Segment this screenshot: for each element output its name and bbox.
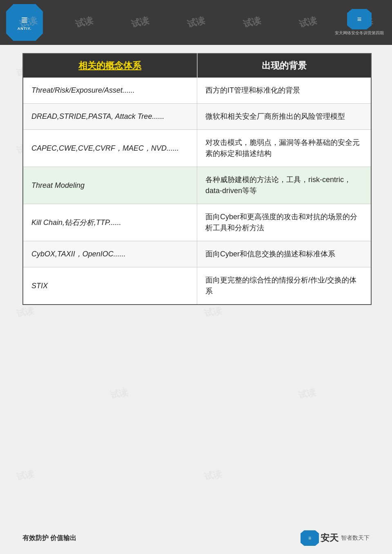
table-cell-left: Threat/Risk/Exposure/Asset......: [23, 78, 197, 104]
body-wm-9: 试读: [15, 305, 35, 320]
table-cell-left: Kill Chain,钻石分析,TTP......: [23, 204, 197, 241]
table-row: STIX面向更完整的综合性的情报分析/作业/交换的体系: [23, 267, 371, 305]
table-row: CybOX,TAXII，OpenIOC......面向Cyber和信息交换的描述…: [23, 241, 371, 267]
table-cell-right: 面向更完整的综合性的情报分析/作业/交换的体系: [197, 267, 372, 305]
table-row: Kill Chain,钻石分析,TTP......面向Cyber和更高强度的攻击…: [23, 204, 371, 241]
table-cell-right: 各种威胁建模的方法论，工具，risk-centric，data-driven等等: [197, 167, 372, 204]
table-cell-right: 面向Cyber和信息交换的描述和标准体系: [197, 241, 372, 267]
header-right-brand: ≡ 安天网络安全冬训营第四期: [335, 9, 384, 36]
table-cell-right: 微软和相关安全厂商所推出的风险管理模型: [197, 104, 372, 130]
concept-table: 相关的概念体系 出现的背景 Threat/Risk/Exposure/Asset…: [22, 53, 372, 305]
logo-icon: ≡: [21, 14, 28, 26]
footer-brand: ≡ 安天 智者数天下: [301, 530, 370, 546]
table-cell-left: DREAD,STRIDE,PASTA, Attack Tree......: [23, 104, 197, 130]
footer-antiy-icon: ≡: [301, 530, 319, 546]
table-cell-left: Threat Modeling: [23, 167, 197, 204]
table-row: Threat/Risk/Exposure/Asset......西方的IT管理和…: [23, 78, 371, 104]
body-wm-11: 试读: [109, 386, 129, 402]
table-header-row: 相关的概念体系 出现的背景: [23, 53, 371, 78]
col-right-header: 出现的背景: [197, 53, 372, 78]
table-cell-left: CybOX,TAXII，OpenIOC......: [23, 241, 197, 267]
footer-left-text: 有效防护 价值输出: [22, 534, 76, 543]
footer-brand-area: ≡ 安天 智者数天下: [301, 530, 370, 546]
body-wm-13: 试读: [15, 468, 35, 483]
table-cell-right: 对攻击模式，脆弱点，漏洞等各种基础的安全元素的标定和描述结构: [197, 130, 372, 167]
watermark-4: 试读: [186, 14, 206, 31]
watermark-6: 试读: [298, 14, 318, 31]
table-row: Threat Modeling各种威胁建模的方法论，工具，risk-centri…: [23, 167, 371, 204]
table-cell-left: CAPEC,CWE,CVE,CVRF，MAEC，NVD......: [23, 130, 197, 167]
body-wm-14: 试读: [203, 468, 223, 483]
table-cell-right: 西方的IT管理和标准化的背景: [197, 78, 372, 104]
main-content: 相关的概念体系 出现的背景 Threat/Risk/Exposure/Asset…: [22, 53, 372, 305]
footer-brand-sub: 智者数天下: [341, 534, 370, 542]
body-wm-10: 试读: [203, 305, 223, 320]
watermark-2: 试读: [74, 14, 94, 31]
header-right-text: 安天网络安全冬训营第四期: [335, 30, 384, 36]
table-row: DREAD,STRIDE,PASTA, Attack Tree......微软和…: [23, 104, 371, 130]
table-cell-left: STIX: [23, 267, 197, 305]
table-row: CAPEC,CWE,CVE,CVRF，MAEC，NVD......对攻击模式，脆…: [23, 130, 371, 167]
footer-brand-text: 安天: [321, 532, 339, 544]
page-header: ≡ ANTIY. 试读 试读 试读 试读 试读 试读 试读 ≡ 安天网络安全冬训…: [0, 0, 392, 45]
watermark-5: 试读: [242, 14, 262, 31]
watermark-3: 试读: [130, 14, 150, 31]
brand-icon: ≡: [347, 9, 372, 29]
logo-text: ANTIY.: [18, 27, 32, 31]
col-left-header: 相关的概念体系: [23, 53, 197, 78]
page-footer: 有效防护 价值输出 ≡ 安天 智者数天下: [22, 530, 370, 546]
table-cell-right: 面向Cyber和更高强度的攻击和对抗的场景的分析工具和分析方法: [197, 204, 372, 241]
body-wm-12: 试读: [297, 386, 317, 402]
logo: ≡ ANTIY.: [6, 4, 43, 41]
header-watermark-area: 试读 试读 试读 试读 试读 试读 试读: [0, 0, 392, 45]
